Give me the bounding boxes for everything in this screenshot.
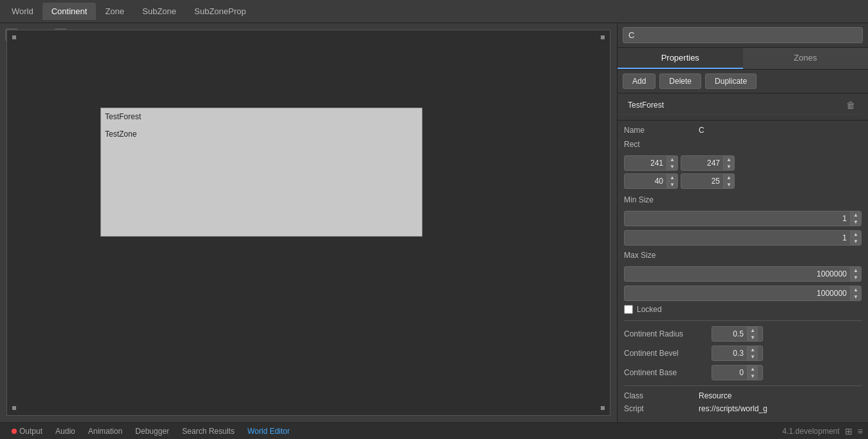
continent-radius-arrows: ▲ ▼ — [747, 327, 758, 341]
tab-world[interactable]: World — [3, 3, 42, 20]
zone-item-name: TestForest — [628, 101, 664, 110]
min-size-label: Min Size — [624, 195, 654, 204]
min-size-h-input[interactable] — [625, 231, 850, 244]
tab-zone[interactable]: Zone — [96, 3, 133, 20]
delete-button[interactable]: Delete — [659, 73, 701, 89]
rect-h-spinbox[interactable]: ▲ ▼ — [681, 173, 735, 189]
continent-bevel-spinbox[interactable]: ▲ ▼ — [712, 346, 763, 361]
duplicate-button[interactable]: Duplicate — [705, 73, 757, 89]
continent-base-row: Continent Base ▲ ▼ — [624, 365, 862, 380]
output-status-item[interactable]: Output — [5, 423, 49, 439]
continent-label-1: TestForest — [101, 108, 422, 126]
rect-y-input[interactable] — [681, 157, 723, 170]
sub-tab-zones[interactable]: Zones — [743, 48, 869, 69]
min-size-h-arrows: ▲ ▼ — [850, 231, 861, 245]
rect-y-spinbox[interactable]: ▲ ▼ — [681, 155, 735, 171]
rect-w-spinbox[interactable]: ▲ ▼ — [624, 173, 678, 189]
min-size-h-up[interactable]: ▲ — [851, 231, 861, 238]
continent-label-2: TestZone — [101, 126, 422, 143]
separator-1 — [624, 320, 862, 321]
min-size-w-up[interactable]: ▲ — [851, 211, 861, 219]
continent-base-label: Continent Base — [624, 368, 708, 377]
search-results-status-item[interactable]: Search Results — [176, 423, 241, 439]
max-size-h-up[interactable]: ▲ — [851, 286, 861, 293]
main-content: − 1263 % + TestForest TestZone C Propert… — [0, 23, 868, 422]
sub-tab-properties[interactable]: Properties — [618, 48, 743, 69]
max-size-h-down[interactable]: ▼ — [851, 293, 861, 300]
zone-item[interactable]: TestForest 🗑 — [623, 96, 863, 115]
continent-select[interactable]: C — [623, 27, 863, 43]
max-size-w-arrows: ▲ ▼ — [850, 267, 861, 281]
continent-bevel-down[interactable]: ▼ — [748, 353, 758, 360]
separator-2 — [624, 385, 862, 386]
min-size-label-row: Min Size — [624, 194, 862, 207]
continent-bevel-up[interactable]: ▲ — [748, 346, 758, 353]
rect-wh-row: ▲ ▼ ▲ ▼ — [624, 173, 862, 189]
rect-x-up[interactable]: ▲ — [667, 156, 677, 163]
rect-x-down[interactable]: ▼ — [667, 163, 677, 170]
max-size-w-spinbox[interactable]: ▲ ▼ — [624, 266, 862, 282]
continent-radius-spinbox[interactable]: ▲ ▼ — [712, 326, 763, 342]
continent-bevel-input[interactable] — [712, 347, 747, 360]
max-size-label-row: Max Size — [624, 249, 862, 262]
rect-w-input[interactable] — [625, 175, 666, 188]
rect-w-down[interactable]: ▼ — [667, 181, 677, 188]
min-size-h-down[interactable]: ▼ — [851, 238, 861, 245]
tab-subzoneprop[interactable]: SubZoneProp — [185, 3, 255, 20]
continent-base-down[interactable]: ▼ — [748, 373, 758, 380]
rect-x-input[interactable] — [625, 157, 666, 170]
rect-w-arrows: ▲ ▼ — [666, 174, 677, 188]
min-size-w-spinbox[interactable]: ▲ ▼ — [624, 211, 862, 226]
min-size-w-arrows: ▲ ▼ — [850, 211, 861, 226]
add-button[interactable]: Add — [623, 73, 656, 89]
audio-status-item[interactable]: Audio — [49, 423, 82, 439]
script-value: res://scripts/world_g — [699, 404, 768, 413]
name-value: C — [699, 126, 704, 135]
zone-delete-button[interactable]: 🗑 — [844, 100, 858, 110]
rect-xy-row: ▲ ▼ ▲ ▼ — [624, 155, 862, 171]
locked-row: Locked — [624, 305, 862, 314]
locked-label: Locked — [637, 305, 708, 314]
continent-base-spinbox[interactable]: ▲ ▼ — [712, 365, 763, 380]
search-results-label: Search Results — [182, 427, 234, 436]
world-editor-status-item[interactable]: World Editor — [241, 423, 296, 439]
status-bar: Output Audio Animation Debugger Search R… — [0, 422, 868, 439]
tab-subzone[interactable]: SubZone — [133, 3, 185, 20]
max-size-w-up[interactable]: ▲ — [851, 267, 861, 274]
continent-radius-up[interactable]: ▲ — [748, 327, 758, 334]
continent-radius-down[interactable]: ▼ — [748, 334, 758, 341]
continent-bevel-arrows: ▲ ▼ — [747, 346, 758, 360]
tab-continent[interactable]: Continent — [42, 3, 97, 20]
max-size-w-down[interactable]: ▼ — [851, 274, 861, 281]
settings-icon[interactable]: ≡ — [858, 426, 863, 436]
rect-label-row: Rect — [624, 139, 862, 151]
panel-dropdown-row: C — [618, 23, 868, 48]
debugger-status-item[interactable]: Debugger — [129, 423, 176, 439]
locked-checkbox[interactable] — [624, 305, 633, 314]
continent-bevel-label: Continent Bevel — [624, 349, 708, 358]
audio-label: Audio — [55, 427, 75, 436]
animation-status-item[interactable]: Animation — [82, 423, 129, 439]
layout-icon[interactable]: ⊞ — [845, 426, 853, 436]
max-size-h-spinbox[interactable]: ▲ ▼ — [624, 286, 862, 301]
rect-h-up[interactable]: ▲ — [724, 174, 734, 181]
canvas-viewport[interactable]: TestForest TestZone — [6, 30, 610, 416]
debugger-label: Debugger — [135, 427, 169, 436]
min-size-w-input[interactable] — [625, 212, 850, 225]
max-size-w-input[interactable] — [625, 268, 850, 280]
continent-base-up[interactable]: ▲ — [748, 366, 758, 373]
continent-radius-input[interactable] — [712, 327, 747, 340]
rect-x-spinbox[interactable]: ▲ ▼ — [624, 155, 678, 171]
rect-w-up[interactable]: ▲ — [667, 174, 677, 181]
max-size-h-input[interactable] — [625, 287, 850, 300]
continent-box[interactable]: TestForest TestZone — [100, 108, 422, 237]
continent-base-input[interactable] — [712, 366, 747, 379]
rect-y-down[interactable]: ▼ — [724, 163, 734, 170]
output-label: Output — [19, 427, 42, 436]
min-size-h-spinbox[interactable]: ▲ ▼ — [624, 230, 862, 246]
rect-h-down[interactable]: ▼ — [724, 181, 734, 188]
rect-h-input[interactable] — [681, 175, 723, 188]
min-size-w-down[interactable]: ▼ — [851, 219, 861, 226]
continent-bevel-row: Continent Bevel ▲ ▼ — [624, 346, 862, 361]
rect-y-up[interactable]: ▲ — [724, 156, 734, 163]
